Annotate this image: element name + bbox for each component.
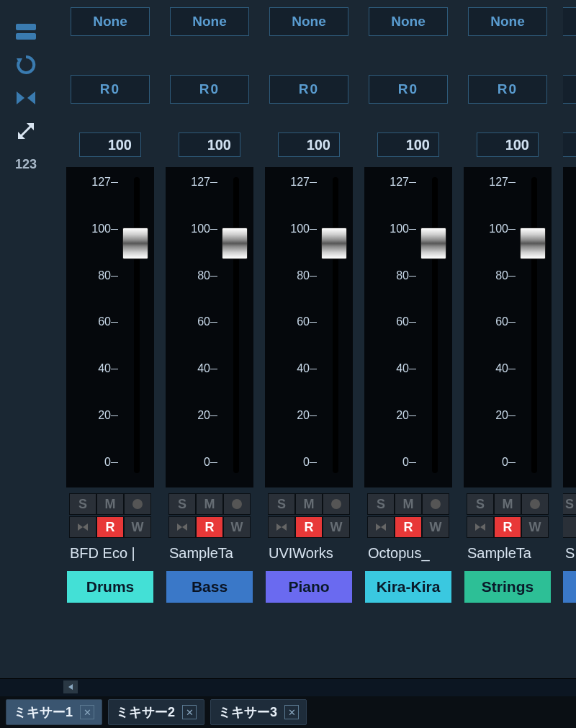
fader-handle[interactable] — [520, 228, 546, 259]
pan-value[interactable]: R0 — [71, 75, 150, 104]
left-toolbar: 123 — [0, 0, 52, 678]
scale-tick: 20 — [471, 409, 514, 422]
fader-handle[interactable] — [321, 228, 347, 259]
pan-value[interactable]: R0 — [369, 75, 448, 104]
pan-value[interactable]: R0 — [468, 75, 547, 104]
track-name[interactable]: Kira-Kira — [365, 571, 451, 603]
record-button[interactable] — [124, 493, 151, 515]
volume-value[interactable]: 100 — [477, 132, 539, 157]
bypass-button[interactable] — [367, 516, 395, 538]
channel-strip: S S — [563, 7, 576, 678]
scale-tick: 20 — [173, 409, 216, 422]
tab-label: ミキサー1 — [14, 704, 73, 721]
pan-value[interactable]: R0 — [170, 75, 249, 104]
mixer-tab[interactable]: ミキサー1 ✕ — [6, 699, 102, 725]
scale-tick: 100 — [272, 223, 315, 235]
fader-area: 127 100 80 60 40 20 0 — [464, 167, 552, 487]
track-name[interactable]: Bass — [166, 571, 253, 603]
write-automation-button[interactable]: W — [323, 516, 350, 538]
read-automation-button[interactable]: R — [395, 516, 422, 538]
close-icon[interactable]: ✕ — [284, 705, 299, 719]
mute-button[interactable]: M — [196, 493, 223, 515]
pan-value[interactable] — [563, 75, 576, 104]
record-button[interactable] — [521, 493, 549, 515]
view-rows-icon[interactable] — [12, 20, 40, 43]
effect-slot[interactable]: None — [170, 7, 249, 36]
undo-icon[interactable] — [12, 53, 40, 76]
scale-tick: 0 — [272, 456, 315, 469]
scale-tick: 60 — [471, 315, 514, 328]
read-automation-button[interactable]: R — [196, 516, 223, 538]
volume-value[interactable]: 100 — [179, 132, 240, 157]
close-icon[interactable]: ✕ — [182, 705, 197, 719]
write-automation-button[interactable]: W — [124, 516, 151, 538]
fader-handle[interactable] — [420, 228, 446, 259]
mute-button[interactable]: M — [295, 493, 323, 515]
volume-value[interactable]: 100 — [377, 132, 439, 157]
track-name[interactable]: Strings — [464, 571, 551, 603]
effect-slot[interactable]: None — [269, 7, 348, 36]
read-automation-button[interactable]: R — [494, 516, 521, 538]
collapse-horizontal-icon[interactable] — [12, 86, 40, 109]
fader-area: 127 100 80 60 40 20 0 — [265, 167, 353, 487]
bypass-button[interactable] — [563, 516, 576, 538]
mute-button[interactable]: M — [395, 493, 422, 515]
scale-tick: 80 — [272, 269, 315, 282]
bypass-button[interactable] — [69, 516, 96, 538]
fader-slot — [432, 177, 438, 473]
solo-button[interactable]: S — [563, 493, 576, 515]
scale-tick: 127 — [173, 176, 216, 189]
channel-number-toggle[interactable]: 123 — [15, 157, 37, 172]
write-automation-button[interactable]: W — [223, 516, 251, 538]
solo-button[interactable]: S — [367, 493, 395, 515]
scale-tick: 0 — [173, 456, 216, 469]
scale-tick: 100 — [471, 223, 514, 235]
pan-value[interactable]: R0 — [269, 75, 348, 104]
write-automation-button[interactable]: W — [422, 516, 449, 538]
effect-slot[interactable]: None — [468, 7, 547, 36]
bypass-button[interactable] — [168, 516, 196, 538]
scale-tick: 40 — [372, 362, 415, 375]
read-automation-button[interactable]: R — [96, 516, 124, 538]
mute-button[interactable]: M — [494, 493, 521, 515]
effect-slot[interactable]: None — [369, 7, 448, 36]
close-icon[interactable]: ✕ — [80, 705, 94, 719]
fader-area: 127 100 80 60 40 20 0 — [66, 167, 154, 487]
scroll-left-icon[interactable] — [63, 680, 78, 693]
effect-slot[interactable]: None — [71, 7, 150, 36]
volume-value[interactable] — [563, 132, 576, 157]
fader-handle[interactable] — [122, 228, 148, 259]
fader-slot — [134, 177, 140, 473]
volume-value[interactable]: 100 — [79, 132, 141, 157]
solo-button[interactable]: S — [467, 493, 494, 515]
scale-tick: 80 — [73, 269, 117, 282]
record-button[interactable] — [422, 493, 449, 515]
effect-slot[interactable] — [563, 7, 576, 36]
track-name[interactable]: Piano — [266, 571, 352, 603]
solo-button[interactable]: S — [69, 493, 96, 515]
mute-button[interactable]: M — [96, 493, 124, 515]
fader-slot — [333, 177, 338, 473]
read-automation-button[interactable]: R — [295, 516, 323, 538]
mixer-tab[interactable]: ミキサー3 ✕ — [210, 699, 307, 725]
solo-button[interactable]: S — [168, 493, 196, 515]
fader-handle[interactable] — [222, 228, 248, 259]
bypass-button[interactable] — [467, 516, 494, 538]
channel-strip: None R0 100 127 100 80 60 40 20 0 — [464, 7, 552, 678]
write-automation-button[interactable]: W — [521, 516, 549, 538]
solo-button[interactable]: S — [268, 493, 295, 515]
track-name[interactable] — [563, 571, 576, 603]
volume-value[interactable]: 100 — [278, 132, 340, 157]
mixer-tab[interactable]: ミキサー2 ✕ — [108, 699, 204, 725]
plugin-label: SampleTa — [464, 545, 551, 565]
expand-icon[interactable] — [12, 120, 40, 143]
fader-area: 127 100 80 60 40 20 0 — [364, 167, 452, 487]
scale-tick: 127 — [272, 176, 315, 189]
track-name[interactable]: Drums — [67, 571, 153, 603]
record-button[interactable] — [223, 493, 251, 515]
record-button[interactable] — [323, 493, 350, 515]
bypass-button[interactable] — [268, 516, 295, 538]
horizontal-scrollbar[interactable] — [0, 679, 576, 696]
scale-tick: 100 — [372, 223, 415, 235]
scale-tick: 40 — [173, 362, 216, 375]
